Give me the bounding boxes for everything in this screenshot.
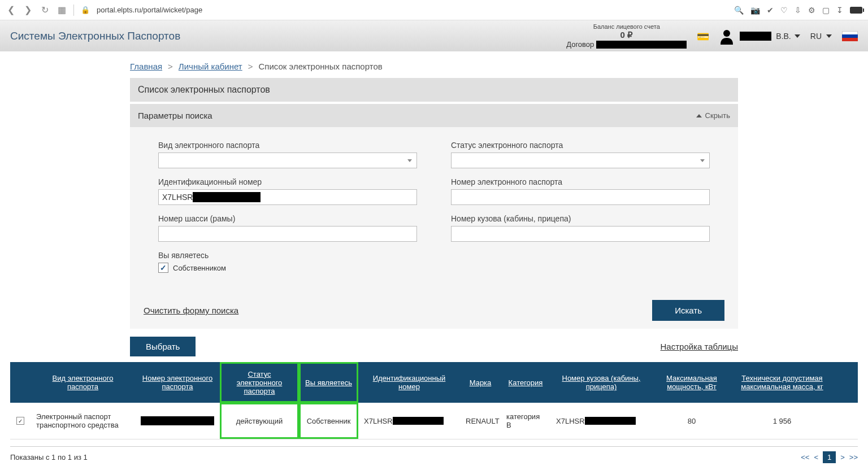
chevron-up-icon — [696, 114, 702, 117]
table-toolbar: Выбрать Настройка таблицы — [130, 337, 738, 356]
balance-label: Баланс лицевого счета — [566, 23, 687, 30]
form-actions: Очистить форму поиска Искать — [130, 292, 738, 329]
label-you-are: Вы являетесь — [158, 251, 417, 260]
language-selector[interactable]: RU — [810, 32, 832, 41]
balance-contract-block: Баланс лицевого счета 0 ₽ Договор — [566, 23, 687, 49]
table-row[interactable]: ✓ Электронный паспорт транспортного сред… — [10, 403, 858, 439]
user-redacted — [740, 32, 771, 41]
breadcrumb: Главная > Личный кабинет > Список электр… — [0, 51, 868, 78]
browser-chrome: ❮ ❯ ↻ ▦ 🔒 portal.elpts.ru/portal/wicket/… — [0, 0, 868, 20]
cube-icon[interactable]: ▢ — [822, 6, 830, 15]
select-button[interactable]: Выбрать — [130, 337, 196, 356]
td-power: 80 — [652, 410, 731, 432]
checkbox-owner[interactable]: ✓ — [158, 263, 168, 273]
breadcrumb-current: Список электронных паспортов — [258, 62, 382, 71]
search-button[interactable]: Искать — [652, 300, 724, 321]
th-body[interactable]: Номер кузова (кабины, прицепа) — [550, 362, 652, 403]
apps-icon[interactable]: ▦ — [57, 5, 67, 15]
td-you: Собственник — [299, 403, 358, 439]
pager-first[interactable]: << — [801, 453, 809, 461]
lock-icon: 🔒 — [81, 6, 90, 14]
th-type[interactable]: Вид электронного паспорта — [31, 362, 135, 403]
panel-title: Список электронных паспортов — [130, 78, 738, 102]
th-num[interactable]: Номер электронного паспорта — [135, 362, 220, 403]
label-type: Вид электронного паспорта — [158, 141, 417, 150]
forward-icon[interactable]: ❯ — [23, 5, 33, 15]
breadcrumb-cabinet[interactable]: Личный кабинет — [179, 62, 242, 71]
downloads-icon[interactable]: ↧ — [836, 6, 843, 15]
user-menu[interactable]: В.В. — [718, 28, 800, 45]
th-status[interactable]: Статус электронного паспорта — [220, 362, 299, 403]
contract-redacted — [596, 41, 687, 49]
td-id: X7LHSR — [358, 410, 460, 432]
pager-prev[interactable]: < — [814, 453, 818, 461]
browser-right-icons: 🔍 📷 ✔ ♡ ⇩ ⚙ ▢ ↧ — [734, 6, 862, 15]
input-epass-num[interactable] — [451, 189, 710, 205]
pager-current: 1 — [823, 451, 836, 463]
pager-next[interactable]: > — [840, 453, 845, 461]
data-table: Вид электронного паспорта Номер электрон… — [10, 362, 858, 439]
reload-icon[interactable]: ↻ — [40, 5, 50, 15]
shown-count: Показаны с 1 по 1 из 1 — [10, 453, 88, 461]
th-checkbox — [10, 362, 31, 403]
th-brand[interactable]: Марка — [460, 362, 501, 403]
th-power[interactable]: Максимальная мощность, кВт — [652, 362, 731, 403]
td-checkbox[interactable]: ✓ — [10, 410, 31, 432]
td-body: X7LHSR — [550, 410, 652, 432]
table-settings-link[interactable]: Настройка таблицы — [661, 342, 738, 351]
th-category[interactable]: Категория — [501, 362, 550, 403]
input-id[interactable]: X7LHSR — [158, 189, 417, 205]
th-mass[interactable]: Технически допустимая максимальная масса… — [731, 362, 833, 403]
label-epass-num: Номер электронного паспорта — [451, 177, 710, 186]
chevron-down-icon — [795, 34, 800, 38]
search-params-header: Параметры поиска Скрыть — [130, 104, 738, 127]
table-footer: Показаны с 1 по 1 из 1 << < 1 > >> — [10, 446, 858, 466]
label-body: Номер кузова (кабины, прицепа) — [451, 214, 710, 223]
heart-icon[interactable]: ♡ — [780, 6, 788, 15]
th-id[interactable]: Идентификационный номер — [358, 362, 460, 403]
input-body[interactable] — [451, 226, 710, 242]
site-header: Системы Электронных Паспортов Баланс лиц… — [0, 20, 868, 51]
back-icon[interactable]: ❮ — [6, 5, 16, 15]
label-id: Идентификационный номер — [158, 177, 417, 186]
td-category: категория B — [501, 406, 550, 436]
extension-icon[interactable]: ⚙ — [808, 6, 815, 15]
td-status: действующий — [220, 403, 299, 439]
pager: << < 1 > >> — [801, 451, 858, 463]
td-num — [135, 410, 220, 432]
user-initials: В.В. — [776, 32, 791, 41]
divider — [73, 5, 74, 16]
flag-ru-icon — [842, 31, 858, 41]
collapse-toggle[interactable]: Скрыть — [696, 111, 730, 120]
td-type: Электронный паспорт транспортного средст… — [31, 406, 135, 436]
label-status: Статус электронного паспорта — [451, 141, 710, 150]
camera-icon[interactable]: 📷 — [750, 6, 760, 15]
shield-icon[interactable]: ✔ — [767, 6, 774, 15]
select-type[interactable] — [158, 153, 417, 168]
clear-form-link[interactable]: Очистить форму поиска — [144, 306, 238, 315]
search-icon[interactable]: 🔍 — [734, 6, 744, 15]
pager-last[interactable]: >> — [849, 453, 858, 461]
label-chassis: Номер шасси (рамы) — [158, 214, 417, 223]
select-status[interactable] — [451, 153, 710, 168]
input-chassis[interactable] — [158, 226, 417, 242]
battery-icon — [850, 7, 862, 14]
td-brand: RENAULT — [460, 410, 501, 432]
checkbox-owner-label: Собственником — [173, 264, 226, 272]
td-mass: 1 956 — [731, 410, 833, 432]
balance-value: 0 ₽ — [566, 30, 687, 40]
chevron-down-icon — [826, 34, 832, 38]
contract-label: Договор — [566, 40, 687, 49]
download-icon[interactable]: ⇩ — [795, 6, 801, 15]
site-title: Системы Электронных Паспортов — [10, 30, 180, 42]
svg-point-0 — [723, 30, 730, 37]
url-text[interactable]: portal.elpts.ru/portal/wicket/page — [97, 6, 202, 14]
th-you[interactable]: Вы являетесь — [299, 362, 358, 403]
avatar-icon — [718, 28, 735, 45]
wallet-icon[interactable]: 💳 — [697, 31, 708, 42]
breadcrumb-home[interactable]: Главная — [130, 62, 162, 71]
search-form: Вид электронного паспорта Статус электро… — [130, 127, 738, 292]
table-header: Вид электронного паспорта Номер электрон… — [10, 362, 858, 403]
